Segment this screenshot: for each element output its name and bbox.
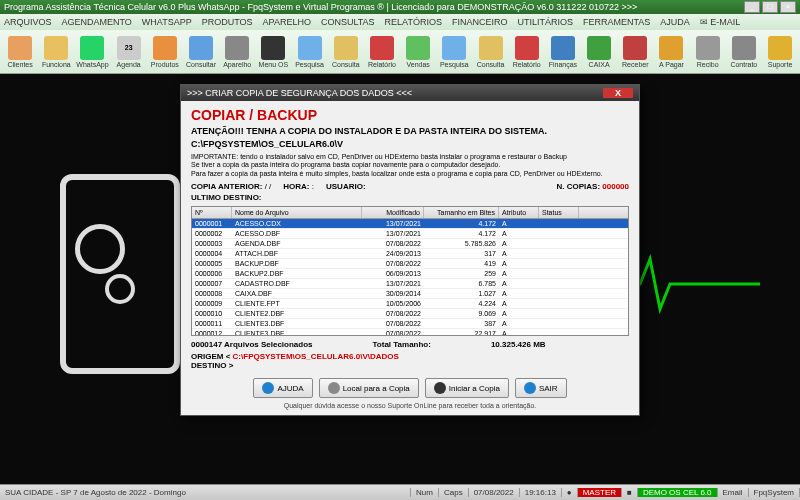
menu-item[interactable]: APARELHO <box>263 17 311 27</box>
table-row[interactable]: 0000009CLIENTE.FPT10/05/20064.224A <box>192 299 628 309</box>
status-bar: SUA CIDADE - SP 7 de Agosto de 2022 - Do… <box>0 484 800 500</box>
toolbar-button[interactable]: Consultar <box>183 36 219 68</box>
table-row[interactable]: 0000002ACESSO.DBF13/07/20214.172A <box>192 229 628 239</box>
table-row[interactable]: 0000003AGENDA.DBF07/08/20225.785.826A <box>192 239 628 249</box>
status-location: SUA CIDADE - SP 7 de Agosto de 2022 - Do… <box>0 488 411 497</box>
menu-item[interactable]: CONSULTAS <box>321 17 375 27</box>
dialog-footer: Qualquer dúvida acesse o nosso Suporte O… <box>191 402 629 409</box>
backup-dialog: >>> CRIAR COPIA DE SEGURANÇA DOS DADOS <… <box>180 84 640 416</box>
bg-gear-icon <box>75 224 125 274</box>
toolbar-button[interactable]: Funciona <box>38 36 74 68</box>
files-count: 0000147 Arquivos Selecionados <box>191 340 313 349</box>
workspace: >>> CRIAR COPIA DE SEGURANÇA DOS DADOS <… <box>0 74 800 484</box>
table-row[interactable]: 0000011CLIENTE3.DBF07/08/2022387A <box>192 319 628 329</box>
dialog-title: >>> CRIAR COPIA DE SEGURANÇA DOS DADOS <… <box>187 88 412 98</box>
toolbar-button[interactable]: A Pagar <box>653 36 689 68</box>
status-demo: DEMO OS CEL 6.0 <box>638 488 718 497</box>
toolbar-button[interactable]: Consulta <box>472 36 508 68</box>
files-table[interactable]: NºNome do ArquivoModificadoTamanho em Bi… <box>191 206 629 336</box>
toolbar-button[interactable]: Relatório <box>509 36 545 68</box>
menu-item[interactable]: PRODUTOS <box>202 17 253 27</box>
exit-button[interactable]: SAIR <box>515 378 567 398</box>
status-caps: Caps <box>439 488 469 497</box>
warning-text: ATENÇÃO!!! TENHA A COPIA DO INSTALADOR E… <box>191 126 629 136</box>
help-button[interactable]: AJUDA <box>253 378 312 398</box>
toolbar-button[interactable]: Relatório <box>364 36 400 68</box>
window-controls: _ □ × <box>744 1 796 13</box>
menu-item[interactable]: FERRAMENTAS <box>583 17 650 27</box>
toolbar-button[interactable]: Pesquisa <box>292 36 328 68</box>
toolbar-button[interactable]: 23Agenda <box>111 36 147 68</box>
status-fpq[interactable]: FpqSystem <box>749 488 800 497</box>
status-num: Num <box>411 488 439 497</box>
menu-email[interactable]: ✉ E-MAIL <box>700 17 741 27</box>
table-row[interactable]: 0000012CLIENTE3.DBF07/08/202222.917A <box>192 329 628 336</box>
toolbar-button[interactable]: Receber <box>617 36 653 68</box>
toolbar-button[interactable]: Pesquisa <box>436 36 472 68</box>
toolbar-button[interactable]: Contrato <box>726 36 762 68</box>
status-time: 19:16:13 <box>520 488 562 497</box>
column-header[interactable]: Nome do Arquivo <box>232 207 362 218</box>
toolbar-button[interactable]: Menu OS <box>255 36 291 68</box>
toolbar-button[interactable]: Recibo <box>690 36 726 68</box>
menu-item[interactable]: WHATSAPP <box>142 17 192 27</box>
table-row[interactable]: 0000007CADASTRO.DBF13/07/20216.785A <box>192 279 628 289</box>
toolbar-button[interactable]: Finanças <box>545 36 581 68</box>
app-title: Programa Assistência Técnica Celular v6.… <box>4 2 637 12</box>
menu-item[interactable]: AJUDA <box>660 17 690 27</box>
status-master: MASTER <box>578 488 622 497</box>
toolbar-button[interactable]: Vendas <box>400 36 436 68</box>
info-text: IMPORTANTE: tendo o instalador salvo em … <box>191 153 629 178</box>
table-row[interactable]: 0000004ATTACH.DBF24/09/2013317A <box>192 249 628 259</box>
maximize-button[interactable]: □ <box>762 1 778 13</box>
menu-bar: ARQUIVOSAGENDAMENTOWHATSAPPPRODUTOSAPARE… <box>0 14 800 30</box>
dialog-header: COPIAR / BACKUP <box>191 107 629 123</box>
column-header[interactable]: Atributo <box>499 207 539 218</box>
table-row[interactable]: 0000006BACKUP2.DBF06/09/2013259A <box>192 269 628 279</box>
column-header[interactable]: Status <box>539 207 579 218</box>
toolbar-button[interactable]: Consulta <box>328 36 364 68</box>
status-indicator: ● <box>562 488 578 497</box>
dialog-close-button[interactable]: X <box>603 88 633 98</box>
close-button[interactable]: × <box>780 1 796 13</box>
menu-item[interactable]: UTILITÁRIOS <box>517 17 573 27</box>
bg-gear-icon <box>105 274 135 304</box>
column-header[interactable]: Modificado <box>362 207 424 218</box>
toolbar-button[interactable]: Suporte <box>762 36 798 68</box>
toolbar-button[interactable]: Aparelho <box>219 36 255 68</box>
table-row[interactable]: 0000001ACESSO.CDX13/07/20214.172A <box>192 219 628 229</box>
menu-item[interactable]: AGENDAMENTO <box>62 17 132 27</box>
minimize-button[interactable]: _ <box>744 1 760 13</box>
table-row[interactable]: 0000005BACKUP.DBF07/08/2022419A <box>192 259 628 269</box>
menu-item[interactable]: FINANCEIRO <box>452 17 508 27</box>
location-button[interactable]: Local para a Copia <box>319 378 419 398</box>
toolbar-button[interactable]: CAIXA <box>581 36 617 68</box>
toolbar-button[interactable]: WhatsApp <box>74 36 110 68</box>
table-row[interactable]: 0000008CAIXA.DBF30/09/20141.027A <box>192 289 628 299</box>
column-header[interactable]: Tamanho em Bites <box>424 207 499 218</box>
column-header[interactable]: Nº <box>192 207 232 218</box>
origin-path: C:\FPQSYSTEM\OS_CELULAR6.0\V\DADOS <box>233 352 399 361</box>
status-date: 07/08/2022 <box>469 488 520 497</box>
status-email[interactable]: Email <box>718 488 749 497</box>
toolbar-button[interactable]: Produtos <box>147 36 183 68</box>
toolbar-button[interactable]: Clientes <box>2 36 38 68</box>
menu-item[interactable]: ARQUIVOS <box>4 17 52 27</box>
start-copy-button[interactable]: Iniciar a Copia <box>425 378 509 398</box>
total-size: 10.325.426 MB <box>491 340 546 349</box>
table-row[interactable]: 0000010CLIENTE2.DBF07/08/20229.069A <box>192 309 628 319</box>
system-path: C:\FPQSYSTEM\OS_CELULAR6.0\V <box>191 139 629 149</box>
copies-count: 000000 <box>602 182 629 191</box>
main-toolbar: ClientesFuncionaWhatsApp23AgendaProdutos… <box>0 30 800 74</box>
menu-item[interactable]: RELATÓRIOS <box>385 17 442 27</box>
